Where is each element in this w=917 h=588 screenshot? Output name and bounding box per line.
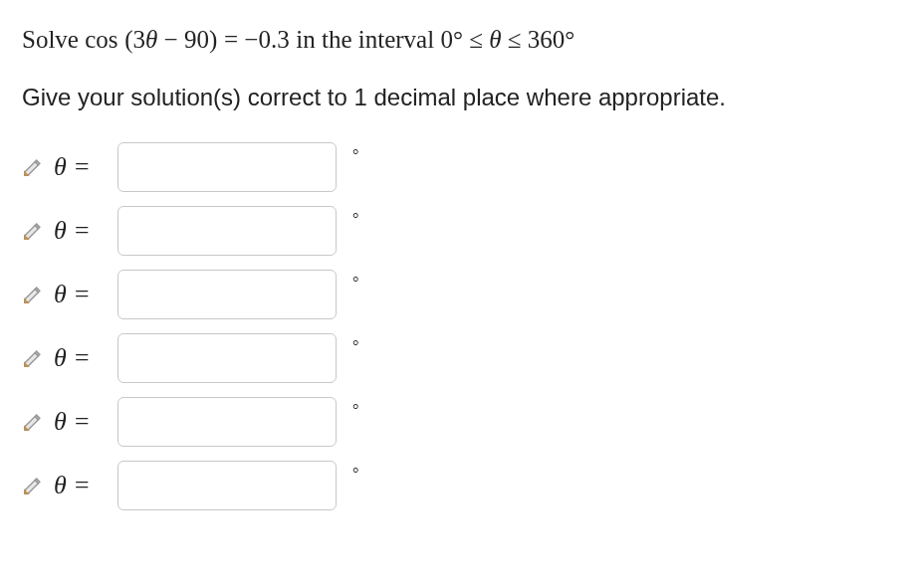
theta-label: θ = [54,280,108,309]
degree-unit: ° [352,337,358,355]
pencil-icon[interactable] [22,475,44,496]
theta-label: θ = [54,216,108,246]
theta-label: θ = [54,407,108,437]
equation-func: cos [85,26,117,53]
degree-unit: ° [352,274,358,292]
pencil-icon[interactable] [22,156,44,178]
answer-row: θ =° [22,142,895,192]
answer-row: θ =° [22,461,895,510]
answer-input[interactable] [117,397,337,447]
answer-rows-container: θ =° θ =° θ =° θ =° θ =° θ =° [22,142,895,510]
degree-unit: ° [352,146,358,164]
degree-unit: ° [352,210,358,228]
pencil-icon[interactable] [22,284,44,305]
answer-row: θ =° [22,270,895,319]
answer-input[interactable] [117,461,337,510]
answer-input[interactable] [117,206,337,256]
answer-row: θ =° [22,206,895,256]
pencil-icon[interactable] [22,220,44,242]
degree-unit: ° [352,401,358,419]
question-prefix: Solve [22,26,85,53]
equation-rhs: −0.3 [244,26,289,53]
instruction-text: Give your solution(s) correct to 1 decim… [22,81,895,114]
theta-label: θ = [54,343,108,373]
answer-row: θ =° [22,333,895,383]
interval-prefix: in the interval [296,26,440,53]
theta-label: θ = [54,152,108,182]
pencil-icon[interactable] [22,347,44,369]
degree-unit: ° [352,465,358,483]
answer-row: θ =° [22,397,895,447]
theta-label: θ = [54,471,108,500]
answer-input[interactable] [117,270,337,319]
equation-equals: = [224,26,244,53]
answer-input[interactable] [117,333,337,383]
interval: 0° ≤ θ ≤ 360° [440,26,574,53]
question-text: Solve cos (3θ − 90) = −0.3 in the interv… [22,22,895,57]
equation-inner: (3θ − 90) [124,26,217,53]
answer-input[interactable] [117,142,337,192]
pencil-icon[interactable] [22,411,44,433]
